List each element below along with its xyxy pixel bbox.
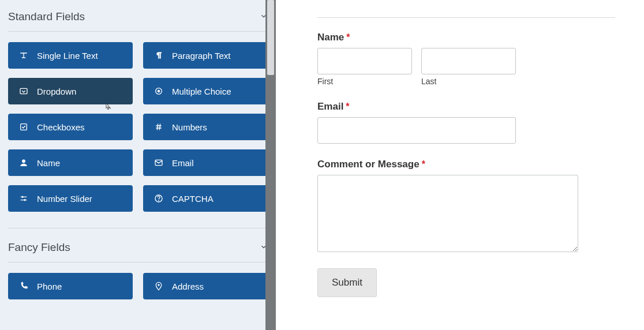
- form-preview: Name* First Last Email* Comment or Messa…: [289, 0, 644, 330]
- svg-point-2: [158, 90, 160, 92]
- required-mark: *: [346, 102, 349, 111]
- submit-button[interactable]: Submit: [317, 268, 377, 297]
- hash-icon: [153, 122, 164, 132]
- email-field: Email*: [317, 101, 615, 144]
- fields-sidebar: Standard Fields Single Line Text Paragra…: [0, 0, 276, 330]
- field-captcha[interactable]: CAPTCHA: [143, 185, 268, 212]
- field-label: Dropdown: [37, 87, 76, 96]
- email-input[interactable]: [317, 117, 516, 144]
- last-sublabel: Last: [421, 77, 516, 86]
- field-checkboxes[interactable]: Checkboxes: [8, 114, 133, 140]
- pin-icon: [153, 281, 164, 291]
- field-label: Email: [172, 158, 194, 168]
- divider: [317, 17, 615, 18]
- phone-icon: [18, 281, 29, 291]
- field-email[interactable]: Email: [143, 149, 268, 176]
- field-single-line-text[interactable]: Single Line Text: [8, 42, 133, 69]
- fancy-fields-header[interactable]: Fancy Fields: [8, 239, 268, 262]
- comment-textarea[interactable]: [317, 175, 578, 252]
- svg-point-9: [158, 200, 159, 201]
- dropdown-icon: [18, 86, 29, 96]
- fancy-fields-grid: Phone Address: [8, 273, 268, 299]
- section-title: Fancy Fields: [8, 241, 70, 254]
- radio-icon: [153, 86, 164, 96]
- name-field: Name* First Last: [317, 32, 615, 86]
- name-label: Name: [317, 32, 344, 43]
- comment-field: Comment or Message*: [317, 159, 615, 252]
- field-label: Address: [172, 282, 204, 291]
- field-numbers[interactable]: Numbers: [143, 114, 268, 140]
- svg-point-10: [158, 284, 160, 286]
- last-name-input[interactable]: [421, 48, 516, 74]
- first-name-input[interactable]: [317, 48, 412, 74]
- divider: [8, 228, 268, 228]
- section-title: Standard Fields: [8, 10, 85, 23]
- standard-fields-header[interactable]: Standard Fields: [8, 0, 268, 31]
- svg-rect-3: [21, 124, 27, 130]
- field-paragraph-text[interactable]: Paragraph Text: [143, 42, 268, 69]
- sliders-icon: [18, 193, 29, 204]
- person-icon: [18, 158, 29, 168]
- checkbox-icon: [18, 122, 29, 132]
- divider: [8, 31, 268, 32]
- required-mark: *: [346, 32, 350, 42]
- field-address[interactable]: Address: [143, 273, 268, 299]
- panel-gap: [276, 0, 289, 330]
- paragraph-icon: [153, 50, 164, 61]
- field-phone[interactable]: Phone: [8, 273, 133, 299]
- field-label: Number Slider: [37, 194, 92, 204]
- first-sublabel: First: [317, 77, 412, 86]
- field-label: Checkboxes: [37, 122, 85, 132]
- comment-label: Comment or Message: [317, 159, 420, 170]
- divider: [8, 262, 268, 262]
- field-label: Multiple Choice: [172, 87, 231, 96]
- svg-point-7: [24, 199, 26, 201]
- field-label: Numbers: [172, 122, 207, 132]
- field-label: CAPTCHA: [172, 194, 214, 204]
- svg-point-6: [22, 196, 24, 198]
- field-dropdown[interactable]: Dropdown: [8, 78, 133, 104]
- field-label: Single Line Text: [37, 51, 98, 61]
- question-icon: [153, 193, 164, 204]
- field-label: Name: [37, 158, 60, 168]
- scrollbar[interactable]: [265, 0, 276, 330]
- field-number-slider[interactable]: Number Slider: [8, 185, 133, 212]
- text-icon: [18, 50, 29, 61]
- field-name[interactable]: Name: [8, 149, 133, 176]
- envelope-icon: [153, 158, 164, 168]
- field-multiple-choice[interactable]: Multiple Choice: [143, 78, 268, 104]
- svg-rect-0: [20, 88, 27, 93]
- required-mark: *: [422, 159, 425, 169]
- field-label: Phone: [37, 282, 62, 291]
- standard-fields-grid: Single Line Text Paragraph Text Dropdown…: [8, 42, 268, 212]
- svg-point-4: [22, 160, 25, 163]
- field-label: Paragraph Text: [172, 51, 230, 61]
- email-label: Email: [317, 101, 343, 112]
